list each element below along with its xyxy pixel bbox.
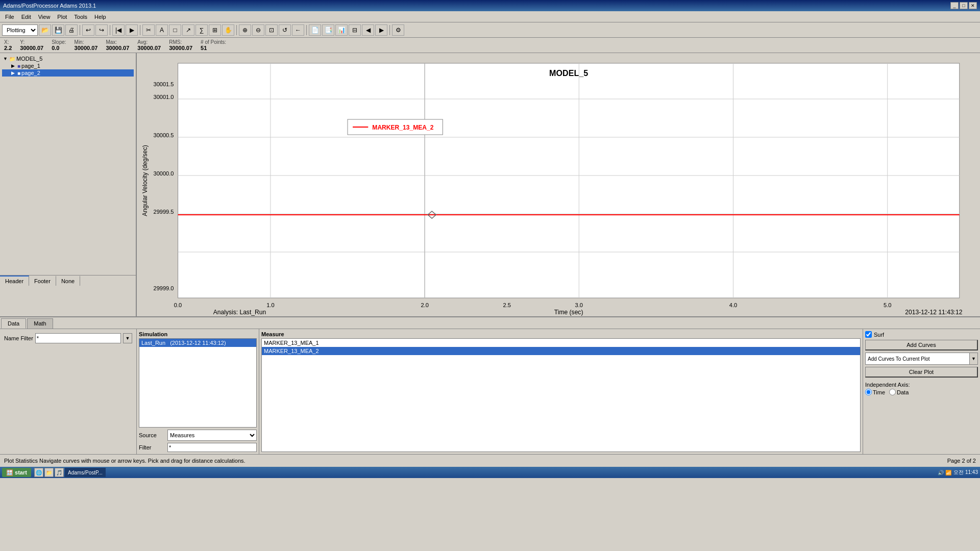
tab-none[interactable]: None bbox=[56, 276, 80, 286]
independent-axis-section: Independent Axis: Time Data bbox=[865, 382, 978, 395]
prev-page-btn[interactable]: ◀ bbox=[362, 24, 374, 36]
hand-btn[interactable]: ✋ bbox=[222, 24, 234, 36]
scissors-btn[interactable]: ✂ bbox=[142, 24, 155, 36]
tab-data[interactable]: Data bbox=[1, 318, 26, 329]
rms-label: RMS: bbox=[169, 39, 182, 45]
tree-item-page1[interactable]: ▶ ■ page_1 bbox=[2, 62, 134, 69]
window-controls: _ □ ✕ bbox=[950, 2, 977, 9]
next-page-btn[interactable]: ▶ bbox=[375, 24, 387, 36]
avg-value: 30000.07 bbox=[137, 45, 161, 51]
stat-y: Y: 30000.07 bbox=[20, 39, 43, 51]
close-button[interactable]: ✕ bbox=[969, 2, 977, 9]
grid-btn[interactable]: ⊞ bbox=[209, 24, 221, 36]
bottom-content: Name Filter ▼ Simulation Last_Run (2013-… bbox=[0, 329, 980, 454]
tab-footer[interactable]: Footer bbox=[29, 276, 56, 286]
source-select[interactable]: Measures bbox=[167, 430, 257, 441]
zoom-out-btn[interactable]: ⊖ bbox=[252, 24, 264, 36]
main-area: ▼ 📁 MODEL_5 ▶ ■ page_1 ▶ ■ page_2 Header… bbox=[0, 53, 980, 316]
simulation-listbox[interactable]: Last_Run (2013-12-12 11:43:12) bbox=[139, 338, 257, 428]
tree-item-page2[interactable]: ▶ ■ page_2 bbox=[2, 69, 134, 77]
source-label: Source bbox=[139, 432, 164, 438]
stat-points: # of Points: 51 bbox=[201, 39, 226, 51]
tree-label-page1: page_1 bbox=[21, 63, 40, 69]
svg-text:29999.0: 29999.0 bbox=[153, 285, 174, 291]
start-button[interactable]: 🪟 start bbox=[2, 468, 31, 477]
menu-help[interactable]: Help bbox=[91, 13, 109, 21]
svg-text:Analysis:  Last_Run: Analysis: Last_Run bbox=[213, 309, 266, 316]
add-curves-current-plot-input[interactable] bbox=[866, 353, 969, 364]
name-filter-dropdown-btn[interactable]: ▼ bbox=[123, 333, 132, 343]
time-radio-label: Time bbox=[873, 389, 885, 395]
measure-listbox[interactable]: MARKER_13_MEA_1 MARKER_13_MEA_2 bbox=[261, 338, 861, 452]
surf-label: Surf bbox=[874, 332, 884, 338]
fit-btn[interactable]: ⊡ bbox=[265, 24, 278, 36]
play-btn[interactable]: ▶ bbox=[126, 24, 138, 36]
arrow-btn[interactable]: ↗ bbox=[182, 24, 194, 36]
simulation-item-0[interactable]: Last_Run (2013-12-12 11:43:12) bbox=[139, 339, 256, 347]
tree-item-model5[interactable]: ▼ 📁 MODEL_5 bbox=[2, 55, 134, 62]
data-radio[interactable] bbox=[889, 389, 896, 395]
svg-text:MARKER_13_MEA_2: MARKER_13_MEA_2 bbox=[372, 124, 433, 131]
minimize-button[interactable]: _ bbox=[950, 2, 959, 9]
mode-dropdown[interactable]: Plotting bbox=[2, 24, 38, 36]
measure-item-0[interactable]: MARKER_13_MEA_1 bbox=[262, 339, 860, 347]
menu-tools[interactable]: Tools bbox=[71, 13, 90, 21]
rms-value: 30000.07 bbox=[169, 45, 192, 51]
surf-checkbox[interactable] bbox=[865, 331, 872, 338]
clear-plot-button[interactable]: Clear Plot bbox=[865, 367, 978, 378]
menu-view[interactable]: View bbox=[35, 13, 54, 21]
maximize-button[interactable]: □ bbox=[960, 2, 968, 9]
surf-checkbox-row: Surf bbox=[865, 331, 978, 338]
print-btn[interactable]: 🖨 bbox=[65, 24, 78, 36]
add-curves-arrow-btn[interactable]: ▼ bbox=[969, 353, 977, 364]
menu-plot[interactable]: Plot bbox=[54, 13, 70, 21]
name-filter-row: Name Filter ▼ bbox=[2, 331, 134, 345]
time-radio[interactable] bbox=[865, 389, 872, 395]
svg-text:30001.0: 30001.0 bbox=[153, 94, 174, 100]
name-filter-input[interactable] bbox=[35, 333, 121, 343]
chart-btn[interactable]: 📊 bbox=[335, 24, 348, 36]
axis-radio-row: Time Data bbox=[865, 389, 978, 395]
left-panel: ▼ 📁 MODEL_5 ▶ ■ page_1 ▶ ■ page_2 Header… bbox=[0, 53, 137, 316]
expand-icon-model5[interactable]: ▼ bbox=[3, 56, 8, 61]
multi-page-btn[interactable]: 📑 bbox=[322, 24, 334, 36]
simulation-label: Simulation bbox=[139, 331, 257, 337]
expand-icon-page2[interactable]: ▶ bbox=[11, 70, 16, 76]
svg-text:2.0: 2.0 bbox=[421, 302, 428, 308]
undo-btn[interactable]: ↩ bbox=[82, 24, 94, 36]
taskbar-ie-icon[interactable]: 🌐 bbox=[34, 468, 43, 477]
tab-math[interactable]: Math bbox=[27, 318, 53, 329]
filter-input[interactable] bbox=[167, 443, 257, 452]
filter-row: Filter bbox=[139, 443, 257, 452]
open-btn[interactable]: 📂 bbox=[39, 24, 51, 36]
back-btn[interactable]: ← bbox=[292, 24, 304, 36]
page-btn[interactable]: 📄 bbox=[309, 24, 321, 36]
text-btn[interactable]: A bbox=[156, 24, 168, 36]
menu-file[interactable]: File bbox=[2, 13, 17, 21]
taskbar-media-icon[interactable]: 🎵 bbox=[55, 468, 64, 477]
reset-btn[interactable]: ↺ bbox=[279, 24, 291, 36]
sigma-btn[interactable]: ∑ bbox=[195, 24, 208, 36]
svg-rect-1 bbox=[178, 63, 960, 298]
svg-text:2.5: 2.5 bbox=[503, 302, 511, 308]
points-value: 51 bbox=[201, 45, 207, 51]
rect-btn[interactable]: □ bbox=[169, 24, 181, 36]
layout-btn[interactable]: ⊟ bbox=[349, 24, 361, 36]
data-radio-item: Data bbox=[889, 389, 909, 395]
slope-value: 0.0 bbox=[52, 45, 59, 51]
taskbar-app1-icon[interactable]: Adams/PostP... bbox=[65, 468, 106, 477]
plot-area[interactable]: MODEL_5 Angular Velocity (deg/sec) 30001… bbox=[137, 53, 980, 316]
save-btn[interactable]: 💾 bbox=[52, 24, 64, 36]
independent-axis-label: Independent Axis: bbox=[865, 382, 978, 388]
redo-btn[interactable]: ↪ bbox=[95, 24, 108, 36]
settings-btn[interactable]: ⚙ bbox=[392, 24, 404, 36]
taskbar-folder-icon[interactable]: 📁 bbox=[44, 468, 54, 477]
zoom-in-btn[interactable]: ⊕ bbox=[239, 24, 251, 36]
expand-icon-page1[interactable]: ▶ bbox=[11, 63, 16, 68]
measure-item-1[interactable]: MARKER_13_MEA_2 bbox=[262, 347, 860, 355]
tab-header[interactable]: Header bbox=[0, 276, 29, 286]
menu-edit[interactable]: Edit bbox=[18, 13, 34, 21]
prev-btn[interactable]: |◀ bbox=[112, 24, 125, 36]
add-curves-button[interactable]: Add Curves bbox=[865, 340, 978, 350]
sep5 bbox=[306, 25, 307, 35]
